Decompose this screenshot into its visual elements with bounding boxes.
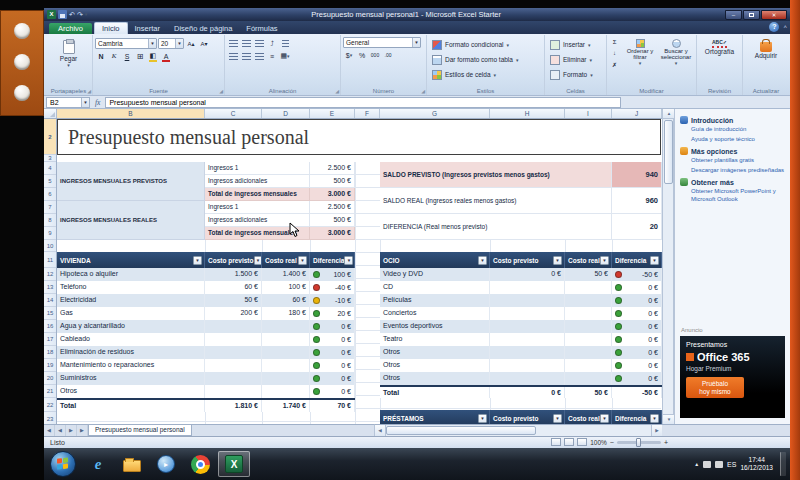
filter-icon[interactable] [650,414,659,423]
header-diferencia[interactable]: Diferencia [310,252,355,268]
close-button[interactable] [761,10,787,20]
orientation-icon[interactable]: ⤴ [266,37,278,49]
row-header[interactable]: 8 [44,214,56,227]
cell[interactable]: 60 € [262,294,310,307]
row-header[interactable]: 19 [44,359,56,372]
dropdown-icon[interactable] [412,38,420,47]
row-header[interactable]: 7 [44,201,56,214]
row-header[interactable]: 15 [44,307,56,320]
cell[interactable] [490,320,565,333]
row-header[interactable]: 3 [44,155,56,162]
cell[interactable]: 3.000 € [310,188,355,201]
row-header[interactable]: 17 [44,333,56,346]
cell[interactable] [565,333,612,346]
align-bottom-icon[interactable] [253,37,265,49]
cell[interactable]: 60 € [205,281,262,294]
borders-icon[interactable]: ⊞ [134,50,146,62]
cell[interactable] [205,359,262,372]
dialog-launcher-icon[interactable] [87,88,91,94]
filter-icon[interactable] [193,256,202,265]
pane-link[interactable]: Descargar imágenes prediseñadas [691,167,785,175]
tab-archivo[interactable]: Archivo [49,23,92,34]
cell[interactable]: 1.500 € [205,268,262,281]
font-color-icon[interactable]: A [160,50,172,62]
column-header[interactable]: F [355,109,380,118]
cell[interactable] [205,333,262,346]
cell[interactable] [262,320,310,333]
cell[interactable] [262,333,310,346]
row-header[interactable]: 13 [44,281,56,294]
cell[interactable] [490,372,565,385]
next-sheet-icon[interactable] [66,425,77,436]
cell[interactable] [490,359,565,372]
cell[interactable]: 70 € [310,400,355,412]
filter-icon[interactable] [478,414,487,423]
cell[interactable]: 0 € [310,359,355,372]
row-header[interactable]: 9 [44,227,56,240]
pane-link[interactable]: Obtener plantillas gratis [691,157,785,165]
sheet-title-cell[interactable]: Presupuesto mensual personal [57,119,661,155]
cell[interactable]: 1.810 € [205,400,262,412]
cell[interactable]: Eliminación de residuos [57,346,205,359]
zoom-level[interactable]: 100% [590,439,607,446]
dropdown-icon[interactable] [175,39,183,48]
cell[interactable]: Hipoteca o alquiler [57,268,205,281]
cell[interactable]: 1.400 € [262,268,310,281]
cell[interactable]: 0 € [612,281,662,294]
cell[interactable]: 960 [612,188,662,214]
cell[interactable]: -50 € [612,268,662,281]
filter-icon[interactable] [254,256,262,265]
cell[interactable] [205,385,262,398]
dropdown-icon[interactable] [81,98,89,107]
cell[interactable]: 0 € [612,320,662,333]
cell[interactable]: Teatro [380,333,490,346]
format-cells-button[interactable]: Formato [547,67,604,82]
minimize-ribbon-icon[interactable] [783,24,787,30]
row-header[interactable]: 4 [44,162,56,175]
cell[interactable] [205,320,262,333]
cell[interactable] [565,346,612,359]
header-diferencia[interactable]: Diferencia [612,410,662,424]
zoom-slider-thumb[interactable] [636,438,641,447]
cell[interactable]: Electricidad [57,294,205,307]
header-diferencia[interactable]: Diferencia [612,252,662,268]
merge-center-icon[interactable]: ▦ [279,50,291,62]
cell[interactable]: 940 [612,162,662,188]
pane-link[interactable]: Obtener Microsoft PowerPoint y Microsoft… [691,188,785,203]
horizontal-scrollbar[interactable] [374,424,662,436]
cell[interactable]: Mantenimiento o reparaciones [57,359,205,372]
sort-filter-button[interactable]: Ordenar y filtrar [622,37,658,85]
cell[interactable]: 50 € [205,294,262,307]
prev-sheet-icon[interactable] [55,425,66,436]
pane-link[interactable]: Guía de introducción [691,126,785,134]
help-icon[interactable] [769,22,779,32]
column-header[interactable]: H [490,109,565,118]
cell[interactable]: 2.500 € [310,201,355,214]
align-top-icon[interactable] [227,37,239,49]
autosum-icon[interactable]: Σ [609,37,620,47]
cell[interactable]: Otros [380,372,490,385]
cell[interactable]: 0 € [490,387,565,398]
row-header[interactable]: 12 [44,268,56,281]
insert-cells-button[interactable]: Insertar [547,37,604,52]
vertical-scrollbar[interactable] [662,109,674,424]
zoom-in-icon[interactable]: + [664,439,668,446]
cell[interactable]: CD [380,281,490,294]
row-header[interactable]: 18 [44,346,56,359]
cell[interactable]: Eventos deportivos [380,320,490,333]
header-costo-previsto[interactable]: Costo previsto [490,410,565,424]
taskbar-item-ie[interactable] [82,451,114,477]
align-center-icon[interactable] [240,50,252,62]
header-costo-real[interactable]: Costo real [262,252,310,268]
increase-decimal-icon[interactable]: .00 [382,49,394,61]
clear-icon[interactable]: ✗ [609,59,620,69]
tray-expand-icon[interactable] [694,461,699,467]
filter-icon[interactable] [600,256,609,265]
cell[interactable] [565,320,612,333]
cell[interactable] [490,281,565,294]
indent-icon[interactable]: ≡ [266,50,278,62]
cell[interactable] [565,372,612,385]
cell[interactable]: Total de ingresos mensuales [205,188,310,201]
wrap-text-icon[interactable] [279,37,291,49]
cell[interactable]: Cableado [57,333,205,346]
